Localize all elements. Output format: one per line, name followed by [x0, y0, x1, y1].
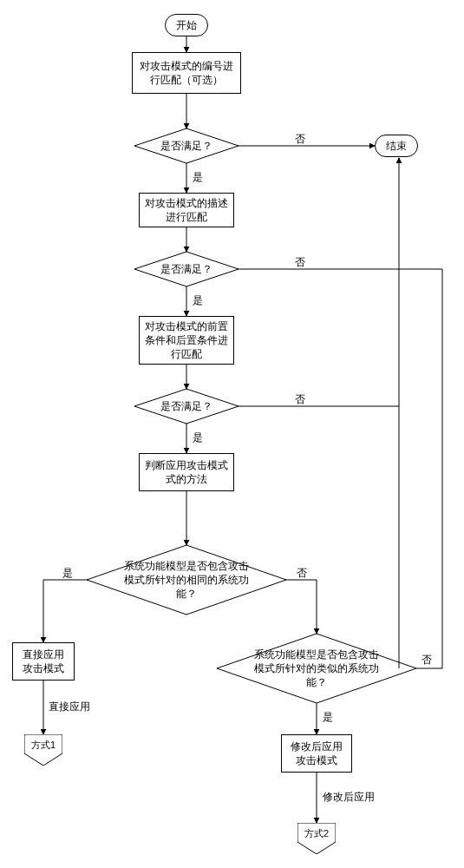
- d3-label: 是否满足？: [160, 399, 212, 413]
- end-label: 结束: [386, 139, 407, 153]
- m2-label: 方式2: [297, 827, 336, 840]
- d1-label: 是否满足？: [160, 139, 212, 153]
- p3-label: 对攻击模式的前置条件和后置条件进行匹配: [145, 319, 228, 362]
- edge-label-d3-no: 否: [295, 392, 305, 407]
- edge-label-d2-no: 否: [295, 255, 305, 270]
- process-p2: 对攻击模式的描述进行匹配: [139, 193, 234, 227]
- m1-label: 方式1: [24, 739, 62, 752]
- p5-label: 直接应用攻击模式: [18, 648, 69, 675]
- offpage-m2: 方式2: [297, 823, 336, 854]
- offpage-m1: 方式1: [24, 734, 62, 766]
- edge-label-d2-yes: 是: [193, 293, 203, 308]
- decision-d3: 是否满足？: [139, 398, 234, 415]
- d2-label: 是否满足？: [160, 262, 212, 276]
- p1-label: 对攻击模式的编号进行匹配（可选）: [138, 59, 235, 87]
- process-p4: 判断应用攻击模式式的方法: [139, 453, 234, 491]
- edge-label-d3-yes: 是: [193, 431, 203, 445]
- start-label: 开始: [176, 18, 197, 32]
- process-p3: 对攻击模式的前置条件和后置条件进行匹配: [139, 316, 234, 365]
- p6-label: 修改后应用 攻击模式: [291, 740, 343, 767]
- edge-label-modified: 修改后应用: [323, 790, 375, 805]
- edge-d5-bus: [399, 269, 442, 668]
- decision-d4: 系统功能模型是否包含攻击模式所针对的相同的系统功能？: [114, 557, 258, 602]
- decision-d5: 系统功能模型是否包含攻击模式所针对的类似的系统功能？: [245, 646, 389, 691]
- process-p6: 修改后应用 攻击模式: [281, 734, 352, 773]
- edge-label-d4-yes: 是: [62, 566, 73, 581]
- edge-d4-p5: [43, 580, 87, 642]
- edge-label-d1-no: 否: [295, 132, 305, 147]
- process-p1: 对攻击模式的编号进行匹配（可选）: [132, 52, 241, 94]
- decision-d1: 是否满足？: [139, 137, 234, 155]
- edge-label-direct: 直接应用: [49, 700, 90, 714]
- decision-d2: 是否满足？: [139, 260, 234, 278]
- edge-label-d5-no: 否: [422, 653, 432, 667]
- d5-label: 系统功能模型是否包含攻击模式所针对的类似的系统功能？: [250, 648, 383, 690]
- terminator-start: 开始: [165, 14, 208, 36]
- d4-label: 系统功能模型是否包含攻击模式所针对的相同的系统功能？: [120, 559, 253, 602]
- edge-label-d1-yes: 是: [193, 170, 203, 185]
- p4-label: 判断应用攻击模式式的方法: [145, 458, 228, 486]
- process-p5: 直接应用攻击模式: [12, 642, 75, 681]
- terminator-end: 结束: [375, 135, 418, 157]
- edge-label-d5-yes: 是: [323, 710, 333, 725]
- p2-label: 对攻击模式的描述进行匹配: [145, 196, 228, 224]
- flowchart-svg: [0, 0, 464, 868]
- edge-d4-d5: [286, 580, 317, 634]
- edge-label-d4-no: 否: [297, 566, 307, 581]
